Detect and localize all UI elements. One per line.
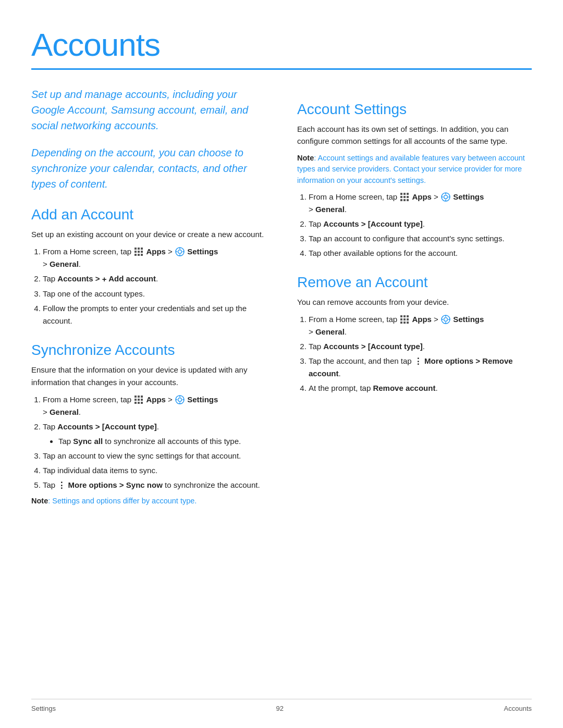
- svg-rect-49: [403, 318, 406, 320]
- svg-rect-50: [407, 318, 409, 320]
- svg-rect-32: [407, 193, 409, 195]
- svg-rect-53: [407, 322, 409, 324]
- svg-rect-45: [400, 315, 402, 317]
- svg-rect-18: [134, 399, 137, 401]
- list-item: At the prompt, tap Remove account.: [309, 382, 532, 394]
- list-item: Tap individual data items to sync.: [43, 464, 266, 477]
- apps-icon: [134, 395, 143, 404]
- list-item: From a Home screen, tap Apps >: [43, 393, 266, 418]
- apps-icon: [400, 192, 409, 202]
- intro-para2: Depending on the account, you can choose…: [31, 145, 266, 192]
- synchronize-accounts-steps: From a Home screen, tap Apps >: [31, 393, 266, 491]
- list-item: Tap an account to configure that account…: [309, 232, 532, 245]
- add-account-intro: Set up an existing account on your devic…: [31, 228, 266, 240]
- page-title: Accounts: [31, 26, 532, 63]
- add-account-heading: Add an Account: [31, 206, 266, 223]
- page-number: 92: [276, 705, 284, 712]
- svg-rect-15: [134, 396, 137, 398]
- list-item: Tap Accounts > + Add account.: [43, 273, 266, 286]
- footer-right-label: Accounts: [504, 705, 532, 712]
- settings-icon: [441, 315, 450, 324]
- svg-rect-3: [134, 251, 137, 253]
- svg-rect-36: [400, 199, 402, 201]
- two-column-layout: Set up and manage accounts, including yo…: [31, 87, 532, 511]
- remove-account-steps: From a Home screen, tap Apps >: [297, 313, 532, 394]
- svg-rect-23: [141, 402, 143, 404]
- svg-rect-6: [134, 254, 137, 256]
- list-item: Tap Accounts > [Account type].: [309, 218, 532, 230]
- svg-rect-38: [407, 199, 409, 201]
- account-settings-intro: Each account has its own set of settings…: [297, 123, 532, 147]
- svg-rect-48: [400, 318, 402, 320]
- remove-account-intro: You can remove accounts from your device…: [297, 296, 532, 308]
- svg-rect-34: [403, 196, 406, 198]
- list-item: Tap ⋮ More options > Sync now to synchro…: [43, 479, 266, 491]
- svg-rect-7: [138, 254, 140, 256]
- svg-rect-2: [141, 248, 143, 250]
- svg-point-10: [178, 250, 182, 254]
- apps-icon: [400, 315, 409, 324]
- list-item: Tap Accounts > [Account type].: [309, 340, 532, 353]
- apps-icon: [134, 247, 143, 256]
- intro-para1: Set up and manage accounts, including yo…: [31, 87, 266, 133]
- svg-rect-30: [400, 193, 402, 195]
- svg-rect-33: [400, 196, 402, 198]
- svg-rect-22: [138, 402, 140, 404]
- svg-point-55: [444, 318, 448, 322]
- svg-rect-21: [134, 402, 137, 404]
- account-settings-heading: Account Settings: [297, 101, 532, 118]
- sync-note: Note: Settings and options differ by acc…: [31, 496, 266, 507]
- synchronize-accounts-intro: Ensure that the information on your devi…: [31, 364, 266, 388]
- list-item: Tap one of the account types.: [43, 288, 266, 300]
- page-footer: Settings 92 Accounts: [31, 699, 532, 712]
- synchronize-accounts-heading: Synchronize Accounts: [31, 342, 266, 359]
- svg-rect-37: [403, 199, 406, 201]
- list-item: Tap the account, and then tap ⋮ More opt…: [309, 355, 532, 380]
- svg-rect-20: [141, 399, 143, 401]
- account-settings-steps: From a Home screen, tap Apps >: [297, 191, 532, 260]
- settings-icon: [175, 395, 185, 404]
- svg-rect-16: [138, 396, 140, 398]
- sub-steps: Tap Sync all to synchronize all accounts…: [43, 435, 266, 448]
- list-item: From a Home screen, tap Apps >: [43, 245, 266, 270]
- svg-rect-0: [134, 248, 137, 250]
- account-settings-note: Note: Account settings and available fea…: [297, 153, 532, 187]
- svg-rect-47: [407, 315, 409, 317]
- settings-icon: [441, 192, 450, 202]
- right-column: Account Settings Each account has its ow…: [297, 87, 532, 511]
- svg-rect-4: [138, 251, 140, 253]
- list-item: From a Home screen, tap Apps >: [309, 191, 532, 216]
- svg-rect-46: [403, 315, 406, 317]
- title-divider: [31, 68, 532, 70]
- svg-rect-35: [407, 196, 409, 198]
- remove-account-heading: Remove an Account: [297, 274, 532, 291]
- svg-point-40: [444, 195, 448, 199]
- svg-rect-17: [141, 396, 143, 398]
- list-item: Follow the prompts to enter your credent…: [43, 302, 266, 327]
- list-item: Tap Accounts > [Account type]. Tap Sync …: [43, 421, 266, 448]
- svg-rect-5: [141, 251, 143, 253]
- list-item: From a Home screen, tap Apps >: [309, 313, 532, 338]
- list-item: Tap Sync all to synchronize all accounts…: [58, 435, 266, 448]
- svg-rect-31: [403, 193, 406, 195]
- svg-point-25: [178, 398, 182, 401]
- add-account-steps: From a Home screen, tap Apps >: [31, 245, 266, 327]
- page: Accounts Set up and manage accounts, inc…: [0, 0, 563, 728]
- svg-rect-52: [403, 322, 406, 324]
- svg-rect-19: [138, 399, 140, 401]
- list-item: Tap other available options for the acco…: [309, 247, 532, 260]
- svg-rect-1: [138, 248, 140, 250]
- footer-left-label: Settings: [31, 705, 56, 712]
- left-column: Set up and manage accounts, including yo…: [31, 87, 266, 511]
- settings-icon: [175, 247, 185, 256]
- svg-rect-8: [141, 254, 143, 256]
- svg-rect-51: [400, 322, 402, 324]
- list-item: Tap an account to view the sync settings…: [43, 450, 266, 462]
